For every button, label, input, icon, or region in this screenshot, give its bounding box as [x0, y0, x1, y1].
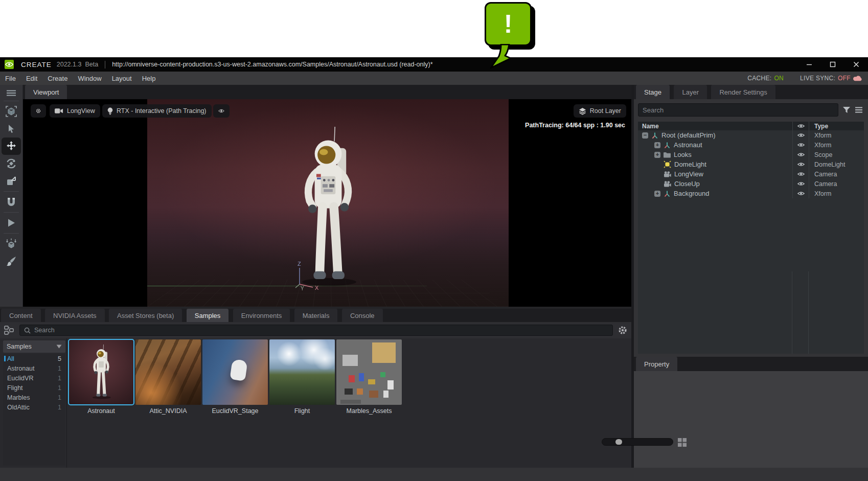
filter-funnel-icon[interactable] [843, 107, 850, 113]
visibility-button[interactable] [213, 104, 230, 118]
asset-thumbnail-astronaut[interactable]: Astronaut [68, 339, 134, 415]
render-view[interactable]: Z Y X [147, 99, 509, 307]
stage-row-astronaut[interactable]: Astronaut Xform [638, 140, 864, 150]
collection-item-flight[interactable]: Flight 1 [3, 383, 65, 393]
column-name: Name [642, 123, 659, 130]
close-button[interactable] [844, 57, 868, 72]
stage-row-domelight[interactable]: DomeLight DomeLight [638, 159, 864, 169]
tab-materials[interactable]: Materials [294, 309, 338, 322]
stage-row-looks[interactable]: Looks Scope [638, 150, 864, 159]
root-layer-button[interactable]: Root Layer [574, 104, 626, 118]
renderer-select-button[interactable]: RTX - Interactive (Path Tracing) [102, 104, 212, 118]
visibility-column-icon [797, 124, 805, 128]
viewport-canvas[interactable]: Z Y X [23, 99, 631, 307]
live-sync-cloud-icon[interactable] [853, 75, 863, 81]
content-browser-toolbar [0, 322, 631, 338]
tab-render-settings[interactable]: Render Settings [711, 85, 775, 99]
tab-stage[interactable]: Stage [636, 85, 670, 99]
rotate-tool-button[interactable] [2, 155, 21, 172]
visibility-eye-icon[interactable] [797, 152, 805, 157]
options-menu-icon[interactable] [855, 107, 863, 113]
collection-item-oldattic[interactable]: OldAttic 1 [3, 402, 65, 412]
stage-row-root[interactable]: Root (defaultPrim) Xform [638, 130, 864, 140]
scale-tool-button[interactable] [2, 172, 21, 190]
collapse-icon[interactable] [642, 132, 648, 139]
collection-item-all[interactable]: All 5 [3, 354, 65, 363]
menu-file[interactable]: File [0, 75, 21, 82]
stage-tree-empty-area [638, 271, 864, 354]
snap-tool-button[interactable] [2, 193, 21, 211]
physics-drop-icon [5, 238, 17, 250]
asset-thumbnail-flight[interactable]: Flight [269, 339, 335, 415]
marbles-thumbnail-image [336, 339, 402, 405]
collection-dropdown[interactable]: Samples [3, 340, 65, 353]
expand-icon[interactable] [654, 191, 660, 197]
collection-item-marbles[interactable]: Marbles 1 [3, 393, 65, 402]
viewport-tool-bar [0, 85, 23, 307]
stage-row-longview[interactable]: LongView Camera [638, 169, 864, 179]
frame-selection-button[interactable] [2, 103, 21, 120]
grid-view-icon[interactable] [677, 438, 687, 447]
select-tool-button[interactable] [2, 120, 21, 138]
tab-nvidia-assets[interactable]: NVIDIA Assets [45, 309, 105, 322]
content-browser: Content NVIDIA Assets Asset Stores (beta… [0, 309, 631, 468]
menu-window[interactable]: Window [73, 75, 106, 82]
minimize-button[interactable] [797, 57, 821, 72]
attention-callout: ! [485, 2, 532, 46]
tab-viewport[interactable]: Viewport [25, 85, 67, 99]
live-sync-status-value: OFF [838, 75, 851, 82]
expand-icon[interactable] [654, 142, 660, 148]
render-stats: PathTracing: 64/64 spp : 1.90 sec [525, 122, 625, 129]
lightbulb-icon [107, 107, 113, 115]
visibility-eye-icon[interactable] [797, 181, 805, 186]
play-button[interactable] [2, 214, 21, 232]
tab-property[interactable]: Property [636, 357, 677, 371]
stage-row-background[interactable]: Background Xform [638, 189, 864, 198]
svg-text:X: X [315, 285, 319, 291]
tab-console[interactable]: Console [342, 309, 383, 322]
collection-item-euclidvr[interactable]: EuclidVR 1 [3, 373, 65, 383]
tab-layer[interactable]: Layer [674, 85, 707, 99]
tab-content[interactable]: Content [1, 309, 41, 322]
slider-knob[interactable] [615, 439, 622, 445]
tab-asset-stores[interactable]: Asset Stores (beta) [109, 309, 182, 322]
collection-item-astronaut[interactable]: Astronaut 1 [3, 363, 65, 373]
menu-layout[interactable]: Layout [107, 75, 137, 82]
asset-thumbnail-marbles[interactable]: Marbles_Assets [336, 339, 402, 415]
tab-samples[interactable]: Samples [187, 309, 229, 322]
expand-icon[interactable] [654, 152, 660, 158]
tab-environments[interactable]: Environments [233, 309, 290, 322]
paint-tool-button[interactable] [2, 253, 21, 270]
cache-label: CACHE: [747, 75, 771, 82]
flight-thumbnail-image [269, 339, 335, 405]
menu-create[interactable]: Create [42, 75, 73, 82]
visibility-eye-icon[interactable] [797, 191, 805, 196]
content-search-box[interactable] [19, 325, 613, 336]
visibility-eye-icon[interactable] [797, 172, 805, 176]
menu-help[interactable]: Help [137, 75, 161, 82]
cache-status-value: ON [774, 75, 784, 82]
content-search-input[interactable] [34, 327, 608, 334]
title-bar: CREATE 2022.1.3 Beta http://omniverse-co… [0, 57, 868, 72]
visibility-eye-icon[interactable] [797, 133, 805, 138]
asset-thumbnail-attic[interactable]: Attic_NVIDIA [135, 339, 201, 415]
menu-icon [6, 90, 16, 96]
viewport-settings-button[interactable] [31, 104, 46, 118]
asset-thumbnail-euclidvr[interactable]: EuclidVR_Stage [202, 339, 268, 415]
stage-row-closeup[interactable]: CloseUp Camera [638, 179, 864, 189]
stage-search-input[interactable] [643, 106, 834, 114]
euclidvr-thumbnail-image [202, 339, 268, 405]
physics-drop-button[interactable] [2, 235, 21, 253]
move-tool-button[interactable] [2, 138, 21, 155]
camera-select-button[interactable]: LongView [50, 104, 100, 118]
renderer-select-label: RTX - Interactive (Path Tracing) [117, 107, 207, 114]
collection-tree-icon[interactable] [4, 326, 14, 335]
thumbnail-size-slider[interactable] [602, 438, 673, 446]
visibility-eye-icon[interactable] [797, 162, 805, 167]
menu-edit[interactable]: Edit [21, 75, 42, 82]
content-settings-gear-icon[interactable] [618, 326, 627, 335]
toolbar-menu-button[interactable] [2, 87, 21, 99]
maximize-button[interactable] [821, 57, 844, 72]
stage-search-box[interactable] [638, 103, 838, 117]
visibility-eye-icon[interactable] [797, 143, 805, 147]
